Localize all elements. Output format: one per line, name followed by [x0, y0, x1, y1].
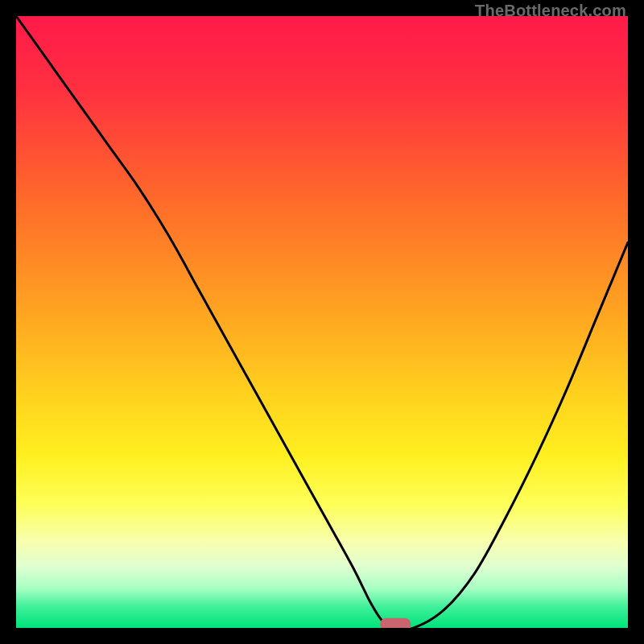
- chart-frame: TheBottleneck.com: [0, 0, 644, 644]
- watermark-text: TheBottleneck.com: [475, 2, 626, 20]
- curve-layer: [16, 16, 628, 628]
- bottleneck-curve: [16, 16, 628, 628]
- plot-area: [16, 16, 628, 628]
- optimal-marker: [380, 618, 411, 628]
